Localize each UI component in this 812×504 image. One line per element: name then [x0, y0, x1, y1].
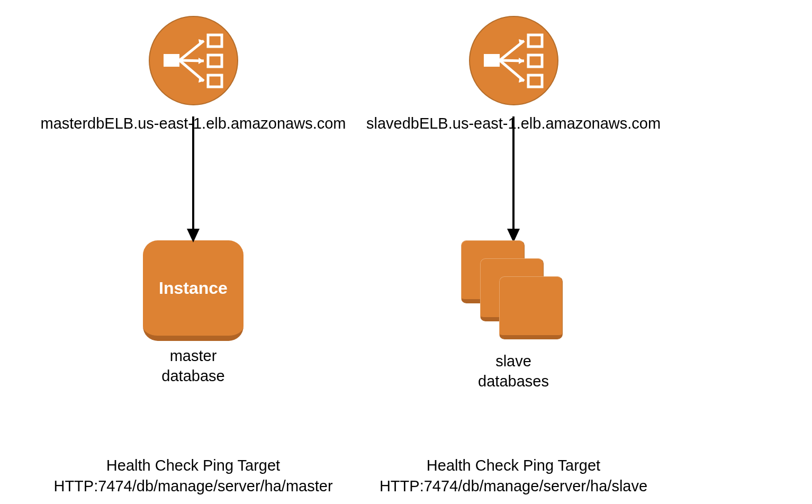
- svg-marker-11: [187, 229, 200, 242]
- svg-rect-2: [208, 55, 222, 67]
- master-hc-line2: HTTP:7474/db/manage/server/ha/master: [53, 478, 332, 494]
- master-target-label: master database: [161, 346, 224, 386]
- arrow-slave: [503, 116, 524, 244]
- slave-elb-icon: [469, 16, 558, 105]
- slave-instances-stack: [458, 240, 569, 346]
- slave-column: slavedbELB.us-east-1.elb.amazonaws.com s…: [360, 16, 667, 391]
- instance-label: Instance: [159, 278, 228, 298]
- svg-marker-19: [519, 58, 524, 64]
- slave-hc-line2: HTTP:7474/db/manage/server/ha/slave: [380, 478, 647, 494]
- svg-rect-12: [484, 54, 500, 67]
- master-target-line1: master: [170, 347, 217, 364]
- svg-marker-7: [199, 58, 204, 64]
- svg-rect-13: [528, 35, 542, 47]
- svg-rect-0: [164, 54, 179, 67]
- master-column: masterdbELB.us-east-1.elb.amazonaws.com …: [40, 16, 347, 386]
- master-instance-box: Instance: [143, 240, 243, 341]
- slave-healthcheck: Health Check Ping Target HTTP:7474/db/ma…: [360, 455, 667, 497]
- slave-target-line2: databases: [478, 373, 549, 390]
- svg-rect-15: [528, 75, 542, 87]
- svg-rect-14: [528, 55, 542, 67]
- slave-target-line1: slave: [495, 353, 531, 370]
- master-target-line2: database: [161, 367, 224, 384]
- load-balancer-icon: [161, 32, 225, 90]
- slave-target-label: slave databases: [478, 352, 549, 391]
- slave-instance-box-3: [499, 276, 563, 339]
- arrow-master: [183, 116, 204, 244]
- svg-rect-1: [208, 35, 222, 47]
- svg-rect-3: [208, 75, 222, 87]
- master-elb-icon: [149, 16, 238, 105]
- master-hc-line1: Health Check Ping Target: [106, 457, 280, 474]
- load-balancer-icon: [482, 32, 545, 90]
- master-healthcheck: Health Check Ping Target HTTP:7474/db/ma…: [42, 455, 344, 497]
- slave-hc-line1: Health Check Ping Target: [427, 457, 600, 474]
